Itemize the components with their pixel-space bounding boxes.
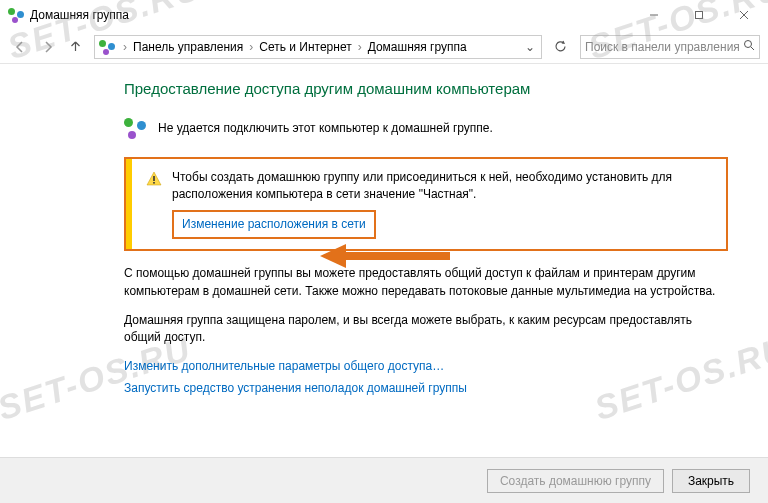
close-button[interactable] [721,0,766,30]
change-network-location-link[interactable]: Изменение расположения в сети [172,210,376,239]
homegroup-icon [8,7,24,23]
search-icon [743,39,755,54]
address-bar[interactable]: › Панель управления › Сеть и Интернет › … [94,35,542,59]
window-title: Домашняя группа [30,8,129,22]
svg-rect-1 [695,12,702,19]
status-text: Не удается подключить этот компьютер к д… [158,121,493,135]
search-placeholder: Поиск в панели управления [585,40,743,54]
warning-icon [146,171,162,239]
refresh-button[interactable] [548,35,572,59]
svg-line-5 [751,47,754,50]
search-input[interactable]: Поиск в панели управления [580,35,760,59]
homegroup-icon [124,117,146,139]
minimize-button[interactable] [631,0,676,30]
status-row: Не удается подключить этот компьютер к д… [124,117,728,139]
titlebar: Домашняя группа [0,0,768,30]
maximize-button[interactable] [676,0,721,30]
footer: Создать домашнюю группу Закрыть [0,457,768,503]
svg-point-4 [745,41,752,48]
chevron-right-icon: › [121,40,129,54]
description-paragraph: Домашняя группа защищена паролем, и вы в… [124,312,728,347]
svg-rect-6 [153,176,155,181]
troubleshooter-link[interactable]: Запустить средство устранения неполадок … [124,381,728,395]
back-button[interactable] [8,35,32,59]
homegroup-icon [99,39,115,55]
chevron-right-icon: › [247,40,255,54]
info-text: Чтобы создать домашнюю группу или присое… [172,169,712,204]
breadcrumb-item[interactable]: Панель управления [129,40,247,54]
chevron-right-icon: › [356,40,364,54]
content-area: Предоставление доступа другим домашним к… [0,64,768,419]
page-heading: Предоставление доступа другим домашним к… [124,80,728,97]
description-paragraph: С помощью домашней группы вы можете пред… [124,265,728,300]
chevron-down-icon[interactable]: ⌄ [521,40,539,54]
up-button[interactable] [64,36,86,58]
navbar: › Панель управления › Сеть и Интернет › … [0,30,768,64]
forward-button[interactable] [36,35,60,59]
svg-rect-7 [153,182,155,184]
close-dialog-button[interactable]: Закрыть [672,469,750,493]
breadcrumb-item[interactable]: Домашняя группа [364,40,471,54]
create-homegroup-button: Создать домашнюю группу [487,469,664,493]
advanced-sharing-link[interactable]: Изменить дополнительные параметры общего… [124,359,728,373]
breadcrumb-item[interactable]: Сеть и Интернет [255,40,355,54]
info-box: Чтобы создать домашнюю группу или присое… [124,157,728,251]
